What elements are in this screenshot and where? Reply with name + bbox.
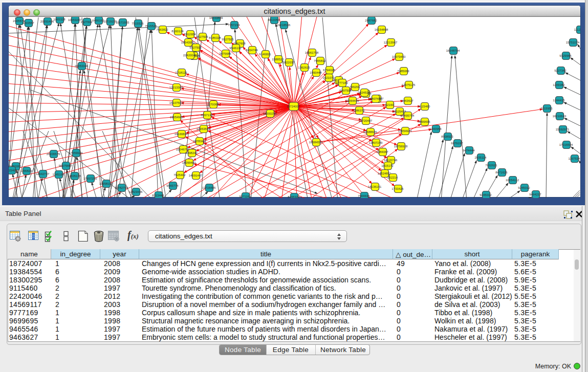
svg-text:9546132: 9546132 (229, 47, 242, 50)
svg-text:19384554: 19384554 (309, 141, 323, 144)
svg-text:2887682: 2887682 (365, 19, 377, 22)
svg-text:12213369: 12213369 (169, 86, 183, 89)
svg-text:12942737: 12942737 (36, 172, 50, 176)
svg-text:9384067: 9384067 (376, 150, 388, 154)
svg-text:17359924: 17359924 (69, 151, 83, 155)
svg-text:10782759: 10782759 (115, 186, 128, 189)
svg-text:12823446: 12823446 (129, 190, 143, 193)
svg-text:8160124: 8160124 (171, 30, 184, 33)
svg-text:6899695: 6899695 (418, 120, 430, 123)
svg-text:8267130: 8267130 (201, 114, 213, 117)
svg-text:62160: 62160 (385, 103, 394, 106)
svg-text:1244415: 1244415 (553, 99, 565, 102)
svg-text:9146821: 9146821 (259, 53, 271, 56)
svg-text:6879197: 6879197 (451, 142, 463, 145)
svg-text:9474444: 9474444 (463, 149, 475, 152)
svg-text:1362615: 1362615 (298, 66, 310, 69)
svg-text:14136141: 14136141 (368, 185, 382, 188)
svg-text:746266: 746266 (350, 85, 360, 89)
svg-text:15751074: 15751074 (566, 41, 580, 44)
svg-text:13654923: 13654923 (398, 129, 412, 133)
svg-text:9527505: 9527505 (222, 38, 234, 41)
svg-text:10653287: 10653287 (68, 18, 82, 21)
svg-text:14120746: 14120746 (384, 159, 398, 162)
svg-text:13495794: 13495794 (401, 114, 415, 117)
svg-text:16961758: 16961758 (305, 51, 319, 54)
svg-text:16154808: 16154808 (375, 28, 388, 31)
svg-text:9464217: 9464217 (529, 193, 541, 196)
svg-text:13716485: 13716485 (202, 186, 216, 189)
svg-text:1815172: 1815172 (381, 164, 394, 167)
svg-text:15692971: 15692971 (556, 128, 570, 131)
svg-text:7515526: 7515526 (145, 25, 157, 28)
svg-text:17957255: 17957255 (83, 177, 97, 180)
svg-text:10654112: 10654112 (506, 179, 519, 182)
svg-text:8495322: 8495322 (288, 195, 300, 198)
svg-text:12213967: 12213967 (384, 41, 398, 44)
svg-text:9465774: 9465774 (166, 184, 179, 187)
svg-text:1527602: 1527602 (80, 20, 93, 24)
svg-text:13807299: 13807299 (369, 141, 383, 144)
svg-text:12975125: 12975125 (402, 83, 416, 86)
svg-text:16107563: 16107563 (169, 101, 183, 104)
svg-text:9329966: 9329966 (559, 54, 572, 57)
svg-text:8938923: 8938923 (441, 135, 453, 138)
svg-text:19756928: 19756928 (394, 145, 408, 148)
svg-text:3878342: 3878342 (193, 140, 205, 143)
svg-text:5822037: 5822037 (282, 61, 295, 64)
svg-text:10688609: 10688609 (363, 130, 377, 134)
svg-text:3624514: 3624514 (358, 91, 370, 94)
svg-text:1209382: 1209382 (553, 83, 565, 86)
svg-text:18724007: 18724007 (287, 105, 300, 108)
svg-text:2718126: 2718126 (175, 71, 187, 74)
svg-text:9115460: 9115460 (419, 105, 431, 108)
svg-text:7632621: 7632621 (485, 164, 497, 167)
svg-text:3915401: 3915401 (9, 169, 17, 172)
svg-text:8471626: 8471626 (495, 171, 508, 174)
svg-text:2935114: 2935114 (475, 156, 487, 159)
svg-text:9777169: 9777169 (336, 81, 348, 84)
svg-text:19218506: 19218506 (277, 24, 291, 27)
svg-text:16210643: 16210643 (553, 115, 567, 118)
svg-text:10958107: 10958107 (99, 182, 113, 185)
svg-text:3215955: 3215955 (540, 107, 553, 110)
svg-text:8454749: 8454749 (246, 49, 258, 52)
svg-text:7357234: 7357234 (228, 24, 240, 27)
svg-text:15720407: 15720407 (359, 119, 373, 122)
svg-text:9463627: 9463627 (401, 99, 413, 102)
svg-text:10973493: 10973493 (392, 55, 406, 58)
svg-text:1145194: 1145194 (53, 173, 65, 176)
svg-text:7485063: 7485063 (397, 70, 409, 73)
svg-text:7955812: 7955812 (314, 59, 326, 62)
svg-text:1733426: 1733426 (391, 187, 404, 190)
svg-text:1112843: 1112843 (574, 28, 580, 31)
svg-text:8313440: 8313440 (152, 194, 164, 197)
svg-text:1156829: 1156829 (20, 169, 33, 172)
svg-text:14691447: 14691447 (189, 174, 203, 177)
svg-text:8813054: 8813054 (268, 18, 280, 21)
svg-text:12353594: 12353594 (197, 127, 210, 130)
svg-text:3875685: 3875685 (219, 52, 231, 55)
svg-text:9571169: 9571169 (239, 195, 252, 198)
svg-text:20364436: 20364436 (345, 99, 359, 102)
svg-text:9227342: 9227342 (554, 69, 567, 72)
svg-text:16033809: 16033809 (209, 17, 223, 19)
svg-text:16543952: 16543952 (181, 41, 195, 44)
svg-text:9245012: 9245012 (518, 186, 530, 189)
svg-text:17016504: 17016504 (559, 143, 573, 146)
svg-text:19654902: 19654902 (170, 116, 184, 119)
svg-text:9245012: 9245012 (480, 193, 492, 196)
svg-text:1170064: 1170064 (207, 103, 220, 106)
svg-text:19166827: 19166827 (175, 133, 188, 136)
svg-text:20691406: 20691406 (40, 20, 54, 23)
svg-text:1167534: 1167534 (569, 157, 580, 160)
svg-text:20053346: 20053346 (75, 64, 89, 68)
svg-text:3912954: 3912954 (184, 33, 196, 36)
svg-text:252214: 252214 (387, 176, 398, 179)
svg-text:22420046: 22420046 (183, 54, 197, 57)
svg-text:7515526: 7515526 (132, 22, 144, 25)
svg-text:7625402: 7625402 (173, 173, 186, 177)
svg-text:10671955: 10671955 (116, 21, 129, 24)
svg-text:18300295: 18300295 (263, 112, 277, 115)
svg-text:6794028: 6794028 (323, 69, 335, 72)
